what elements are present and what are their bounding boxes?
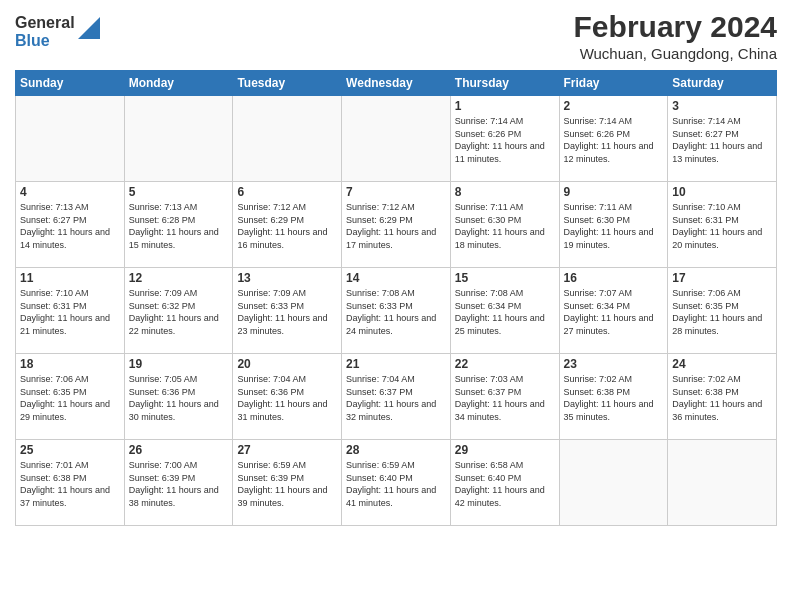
table-row: 10Sunrise: 7:10 AM Sunset: 6:31 PM Dayli… [668,182,777,268]
day-info: Sunrise: 7:11 AM Sunset: 6:30 PM Dayligh… [455,201,555,251]
table-row: 25Sunrise: 7:01 AM Sunset: 6:38 PM Dayli… [16,440,125,526]
day-number: 9 [564,185,664,199]
table-row: 17Sunrise: 7:06 AM Sunset: 6:35 PM Dayli… [668,268,777,354]
table-row: 8Sunrise: 7:11 AM Sunset: 6:30 PM Daylig… [450,182,559,268]
day-number: 29 [455,443,555,457]
day-number: 27 [237,443,337,457]
day-info: Sunrise: 7:13 AM Sunset: 6:28 PM Dayligh… [129,201,229,251]
day-number: 24 [672,357,772,371]
day-info: Sunrise: 7:01 AM Sunset: 6:38 PM Dayligh… [20,459,120,509]
col-wednesday: Wednesday [342,71,451,96]
table-row: 14Sunrise: 7:08 AM Sunset: 6:33 PM Dayli… [342,268,451,354]
day-number: 19 [129,357,229,371]
day-number: 15 [455,271,555,285]
col-sunday: Sunday [16,71,125,96]
day-number: 25 [20,443,120,457]
table-row: 7Sunrise: 7:12 AM Sunset: 6:29 PM Daylig… [342,182,451,268]
col-friday: Friday [559,71,668,96]
table-row: 18Sunrise: 7:06 AM Sunset: 6:35 PM Dayli… [16,354,125,440]
day-number: 17 [672,271,772,285]
header: General Blue February 2024 Wuchuan, Guan… [15,10,777,62]
logo-general: General [15,14,75,32]
svg-marker-0 [78,17,100,39]
day-number: 23 [564,357,664,371]
day-info: Sunrise: 7:14 AM Sunset: 6:26 PM Dayligh… [455,115,555,165]
col-thursday: Thursday [450,71,559,96]
day-number: 26 [129,443,229,457]
col-tuesday: Tuesday [233,71,342,96]
table-row: 4Sunrise: 7:13 AM Sunset: 6:27 PM Daylig… [16,182,125,268]
day-number: 1 [455,99,555,113]
table-row: 3Sunrise: 7:14 AM Sunset: 6:27 PM Daylig… [668,96,777,182]
table-row: 1Sunrise: 7:14 AM Sunset: 6:26 PM Daylig… [450,96,559,182]
table-row: 27Sunrise: 6:59 AM Sunset: 6:39 PM Dayli… [233,440,342,526]
day-info: Sunrise: 7:05 AM Sunset: 6:36 PM Dayligh… [129,373,229,423]
day-number: 22 [455,357,555,371]
day-info: Sunrise: 7:00 AM Sunset: 6:39 PM Dayligh… [129,459,229,509]
table-row: 19Sunrise: 7:05 AM Sunset: 6:36 PM Dayli… [124,354,233,440]
table-row: 29Sunrise: 6:58 AM Sunset: 6:40 PM Dayli… [450,440,559,526]
day-info: Sunrise: 7:06 AM Sunset: 6:35 PM Dayligh… [672,287,772,337]
table-row [124,96,233,182]
table-row: 15Sunrise: 7:08 AM Sunset: 6:34 PM Dayli… [450,268,559,354]
day-number: 7 [346,185,446,199]
col-saturday: Saturday [668,71,777,96]
day-info: Sunrise: 7:14 AM Sunset: 6:26 PM Dayligh… [564,115,664,165]
day-info: Sunrise: 6:59 AM Sunset: 6:39 PM Dayligh… [237,459,337,509]
day-info: Sunrise: 7:10 AM Sunset: 6:31 PM Dayligh… [20,287,120,337]
table-row [16,96,125,182]
calendar-week-row: 25Sunrise: 7:01 AM Sunset: 6:38 PM Dayli… [16,440,777,526]
day-info: Sunrise: 7:11 AM Sunset: 6:30 PM Dayligh… [564,201,664,251]
day-number: 20 [237,357,337,371]
day-info: Sunrise: 7:12 AM Sunset: 6:29 PM Dayligh… [237,201,337,251]
day-number: 11 [20,271,120,285]
table-row: 5Sunrise: 7:13 AM Sunset: 6:28 PM Daylig… [124,182,233,268]
table-row: 13Sunrise: 7:09 AM Sunset: 6:33 PM Dayli… [233,268,342,354]
calendar-week-row: 11Sunrise: 7:10 AM Sunset: 6:31 PM Dayli… [16,268,777,354]
logo-icon [78,17,100,39]
logo: General Blue [15,14,100,49]
day-info: Sunrise: 7:12 AM Sunset: 6:29 PM Dayligh… [346,201,446,251]
day-info: Sunrise: 7:08 AM Sunset: 6:33 PM Dayligh… [346,287,446,337]
table-row: 9Sunrise: 7:11 AM Sunset: 6:30 PM Daylig… [559,182,668,268]
logo-text: General Blue [15,14,75,49]
col-monday: Monday [124,71,233,96]
day-info: Sunrise: 7:02 AM Sunset: 6:38 PM Dayligh… [672,373,772,423]
table-row: 11Sunrise: 7:10 AM Sunset: 6:31 PM Dayli… [16,268,125,354]
day-number: 13 [237,271,337,285]
day-info: Sunrise: 7:09 AM Sunset: 6:33 PM Dayligh… [237,287,337,337]
location-title: Wuchuan, Guangdong, China [574,45,777,62]
table-row: 16Sunrise: 7:07 AM Sunset: 6:34 PM Dayli… [559,268,668,354]
day-number: 3 [672,99,772,113]
day-info: Sunrise: 7:08 AM Sunset: 6:34 PM Dayligh… [455,287,555,337]
day-info: Sunrise: 6:58 AM Sunset: 6:40 PM Dayligh… [455,459,555,509]
table-row: 24Sunrise: 7:02 AM Sunset: 6:38 PM Dayli… [668,354,777,440]
day-info: Sunrise: 7:02 AM Sunset: 6:38 PM Dayligh… [564,373,664,423]
table-row: 6Sunrise: 7:12 AM Sunset: 6:29 PM Daylig… [233,182,342,268]
day-number: 8 [455,185,555,199]
table-row: 12Sunrise: 7:09 AM Sunset: 6:32 PM Dayli… [124,268,233,354]
table-row: 26Sunrise: 7:00 AM Sunset: 6:39 PM Dayli… [124,440,233,526]
day-info: Sunrise: 7:10 AM Sunset: 6:31 PM Dayligh… [672,201,772,251]
table-row [559,440,668,526]
table-row: 22Sunrise: 7:03 AM Sunset: 6:37 PM Dayli… [450,354,559,440]
calendar-week-row: 1Sunrise: 7:14 AM Sunset: 6:26 PM Daylig… [16,96,777,182]
day-number: 18 [20,357,120,371]
table-row [233,96,342,182]
day-number: 14 [346,271,446,285]
calendar-header-row: Sunday Monday Tuesday Wednesday Thursday… [16,71,777,96]
day-info: Sunrise: 7:04 AM Sunset: 6:36 PM Dayligh… [237,373,337,423]
day-info: Sunrise: 7:03 AM Sunset: 6:37 PM Dayligh… [455,373,555,423]
calendar-week-row: 4Sunrise: 7:13 AM Sunset: 6:27 PM Daylig… [16,182,777,268]
table-row: 2Sunrise: 7:14 AM Sunset: 6:26 PM Daylig… [559,96,668,182]
day-info: Sunrise: 7:09 AM Sunset: 6:32 PM Dayligh… [129,287,229,337]
logo-blue: Blue [15,32,75,50]
day-info: Sunrise: 7:13 AM Sunset: 6:27 PM Dayligh… [20,201,120,251]
day-info: Sunrise: 7:14 AM Sunset: 6:27 PM Dayligh… [672,115,772,165]
table-row: 21Sunrise: 7:04 AM Sunset: 6:37 PM Dayli… [342,354,451,440]
day-info: Sunrise: 7:06 AM Sunset: 6:35 PM Dayligh… [20,373,120,423]
day-number: 28 [346,443,446,457]
table-row: 20Sunrise: 7:04 AM Sunset: 6:36 PM Dayli… [233,354,342,440]
day-number: 10 [672,185,772,199]
calendar-table: Sunday Monday Tuesday Wednesday Thursday… [15,70,777,526]
